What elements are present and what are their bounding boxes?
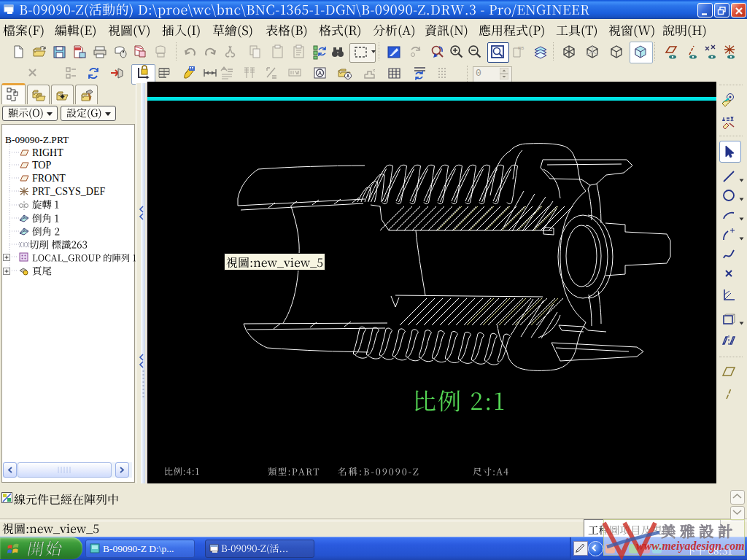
svg-text:RB: RB	[518, 46, 524, 50]
